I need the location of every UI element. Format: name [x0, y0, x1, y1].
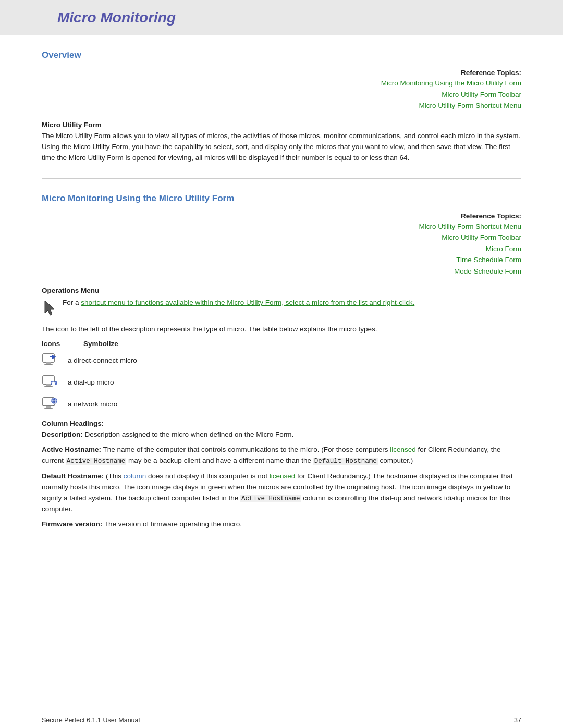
col-active-hostname: Active Hostname: The name of the compute…: [42, 445, 521, 466]
section2-heading: Micro Monitoring Using the Micro Utility…: [42, 193, 521, 204]
sym-col-header: Symbolize: [83, 340, 521, 348]
network-icon: [42, 396, 58, 412]
column-headings-block: Description: Description assigned to the…: [42, 429, 521, 529]
overview-reference-block: Reference Topics: Micro Monitoring Using…: [42, 69, 521, 112]
section2-reference-block: Reference Topics: Micro Utility Form Sho…: [42, 212, 521, 277]
network-label: a network micro: [68, 400, 117, 408]
col-description-body: Description assigned to the micro when d…: [85, 430, 294, 438]
direct-connect-icon: [42, 352, 58, 368]
svg-marker-0: [45, 301, 54, 315]
footer-right: 37: [514, 717, 521, 724]
ops-menu-body: The icon to the left of the description …: [42, 324, 521, 335]
svg-rect-12: [44, 408, 53, 409]
ops-menu-heading: Operations Menu: [42, 287, 521, 294]
ops-menu-row: For a shortcut menu to functions availab…: [42, 298, 521, 319]
col-default-hostname-body1: (This: [106, 472, 124, 480]
icons-table-header: Icons Symbolize: [42, 340, 521, 348]
ref-link-2[interactable]: Micro Utility Form Toolbar: [42, 89, 521, 101]
ops-menu-icon-cell: [42, 298, 63, 319]
s2-ref-link-3[interactable]: Micro Form: [42, 243, 521, 255]
active-hostname-code: Active Hostname: [66, 458, 127, 465]
col-default-hostname-licensed: licensed: [270, 472, 296, 480]
footer-left: Secure Perfect 6.1.1 User Manual: [42, 717, 140, 724]
title-bar: Micro Monitoring: [0, 0, 563, 35]
section2-ref-title: Reference Topics:: [42, 212, 521, 220]
column-headings-label: Column Headings:: [42, 419, 521, 427]
section-divider: [42, 178, 521, 179]
col-default-hostname-term: Default Hostname:: [42, 472, 104, 480]
svg-rect-3: [44, 364, 53, 365]
icons-table: Icons Symbolize a direct-connect micro: [42, 340, 521, 412]
s2-ref-link-5[interactable]: Mode Schedule Form: [42, 266, 521, 277]
col-firmware: Firmware version: The version of firmwar…: [42, 519, 521, 530]
icon-row-network: a network micro: [42, 396, 521, 412]
micro-utility-form-body: The Micro Utility Form allows you to vie…: [42, 131, 521, 164]
s2-ref-link-2[interactable]: Micro Utility Form Toolbar: [42, 232, 521, 243]
cursor-icon: [42, 299, 60, 317]
active-hostname-code2: Active Hostname: [240, 495, 301, 502]
ref-link-1[interactable]: Micro Monitoring Using the Micro Utility…: [42, 78, 521, 89]
ops-menu-link[interactable]: shortcut menu to functions available wit…: [81, 299, 414, 306]
svg-rect-6: [46, 384, 51, 386]
col-firmware-term: Firmware version:: [42, 520, 102, 528]
default-hostname-code: Default Hostname: [313, 458, 378, 465]
col-default-hostname: Default Hostname: (This column does not …: [42, 471, 521, 515]
ops-menu-text: For a shortcut menu to functions availab…: [63, 298, 414, 309]
col-description: Description: Description assigned to the…: [42, 429, 521, 440]
page-footer: Secure Perfect 6.1.1 User Manual 37: [0, 712, 563, 728]
s2-ref-link-1[interactable]: Micro Utility Form Shortcut Menu: [42, 221, 521, 232]
svg-rect-2: [46, 362, 51, 364]
micro-utility-form-heading: Micro Utility Form: [42, 121, 521, 129]
col-active-hostname-term: Active Hostname:: [42, 446, 101, 453]
svg-rect-11: [46, 406, 51, 408]
dialup-icon: ☎: [42, 374, 58, 390]
svg-text:☎: ☎: [51, 381, 56, 385]
col-firmware-body: The version of firmware operating the mi…: [104, 520, 242, 528]
svg-rect-7: [44, 386, 53, 387]
col-default-hostname-body2: does not display if this computer is not: [146, 472, 269, 480]
overview-heading: Overview: [42, 50, 521, 60]
ref-link-3[interactable]: Micro Utility Form Shortcut Menu: [42, 100, 521, 112]
col-active-hostname-body: The name of the computer that controls c…: [103, 446, 390, 453]
s2-ref-link-4[interactable]: Time Schedule Form: [42, 254, 521, 266]
icons-col-header: Icons: [42, 340, 83, 348]
page-title: Micro Monitoring: [57, 9, 547, 26]
dialup-label: a dial-up micro: [68, 378, 114, 386]
col-default-hostname-column: column: [124, 472, 146, 480]
col-description-term: Description:: [42, 430, 83, 438]
icon-row-direct: a direct-connect micro: [42, 352, 521, 368]
direct-connect-label: a direct-connect micro: [68, 356, 137, 364]
col-active-hostname-licensed: licensed: [390, 446, 416, 453]
ops-text-prefix: For a: [63, 299, 81, 306]
icon-row-dialup: ☎ a dial-up micro: [42, 374, 521, 390]
overview-ref-title: Reference Topics:: [42, 69, 521, 77]
